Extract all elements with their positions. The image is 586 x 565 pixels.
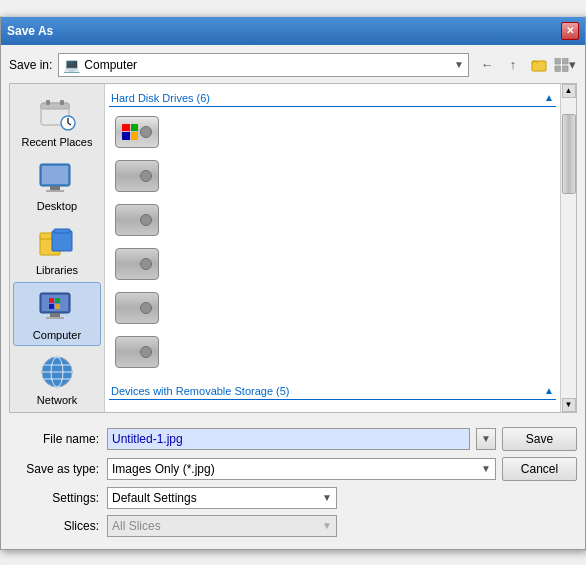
hard-disk-section-header: Hard Disk Drives (6) ▲	[109, 88, 556, 107]
drive-item[interactable]	[109, 155, 556, 197]
svg-rect-1	[555, 58, 561, 64]
location-dropdown[interactable]: 💻 Computer ▼	[58, 53, 469, 77]
filetype-value: Images Only (*.jpg)	[112, 462, 215, 476]
svg-rect-4	[562, 65, 568, 71]
slices-value: All Slices	[112, 519, 161, 533]
svg-rect-8	[60, 100, 64, 105]
filetype-dropdown[interactable]: Images Only (*.jpg) ▼	[107, 458, 496, 480]
svg-rect-26	[49, 304, 54, 309]
slices-input-wrap: All Slices ▼	[107, 515, 577, 537]
sidebar-label-recent: Recent Places	[22, 136, 93, 148]
computer-sidebar-icon	[37, 287, 77, 327]
svg-rect-22	[50, 313, 60, 317]
sidebar-item-computer[interactable]: Computer	[13, 282, 101, 346]
back-button[interactable]: ←	[475, 53, 499, 77]
drive-item[interactable]	[109, 331, 556, 373]
removable-collapse-btn[interactable]: ▲	[544, 385, 554, 396]
computer-icon: 💻	[63, 57, 80, 73]
slices-arrow-icon: ▼	[322, 520, 332, 531]
sidebar-label-libraries: Libraries	[36, 264, 78, 276]
bottom-form: File name: ▼ Save Save as type: Images O…	[9, 419, 577, 541]
svg-rect-3	[555, 65, 561, 71]
cancel-button[interactable]: Cancel	[502, 457, 577, 481]
removable-section-header: Devices with Removable Storage (5) ▲	[109, 381, 556, 400]
desktop-icon	[37, 158, 77, 198]
libraries-icon	[37, 222, 77, 262]
title-bar: Save As ✕	[1, 17, 585, 45]
sidebar: Recent Places Desktop	[10, 84, 105, 412]
sidebar-label-desktop: Desktop	[37, 200, 77, 212]
settings-input-wrap: Default Settings ▼	[107, 487, 577, 509]
network-icon	[37, 352, 77, 392]
svg-rect-6	[41, 103, 69, 109]
slices-row: Slices: All Slices ▼	[9, 515, 577, 537]
svg-rect-19	[54, 229, 70, 233]
hard-disk-label: Hard Disk Drives (6)	[111, 92, 210, 104]
scrollbar: ▲ ▼	[560, 84, 576, 412]
svg-rect-2	[562, 58, 568, 64]
sidebar-item-libraries[interactable]: Libraries	[13, 218, 101, 280]
filetype-label: Save as type:	[9, 462, 99, 476]
settings-arrow-icon: ▼	[322, 492, 332, 503]
svg-rect-23	[46, 317, 64, 319]
settings-label: Settings:	[9, 491, 99, 505]
filename-dropdown-arrow[interactable]: ▼	[476, 428, 496, 450]
toolbar-icons: ← ↑ ▾	[475, 53, 577, 77]
svg-rect-15	[46, 190, 64, 192]
new-folder-button[interactable]	[527, 53, 551, 77]
sidebar-item-desktop[interactable]: Desktop	[13, 154, 101, 216]
svg-rect-21	[42, 295, 68, 311]
dialog-body: Save in: 💻 Computer ▼ ← ↑ ▾	[1, 45, 585, 549]
svg-rect-7	[46, 100, 50, 105]
drive-item[interactable]	[109, 111, 556, 153]
save-button[interactable]: Save	[502, 427, 577, 451]
drives-grid	[109, 111, 556, 373]
drive-item[interactable]	[109, 243, 556, 285]
drive-icon-f	[113, 245, 161, 283]
svg-rect-13	[42, 166, 68, 184]
dropdown-arrow-icon: ▼	[454, 59, 464, 70]
scroll-down-button[interactable]: ▼	[562, 398, 576, 412]
slices-dropdown[interactable]: All Slices ▼	[107, 515, 337, 537]
file-area[interactable]: Hard Disk Drives (6) ▲	[105, 84, 560, 412]
toolbar-row: Save in: 💻 Computer ▼ ← ↑ ▾	[9, 53, 577, 77]
up-button[interactable]: ↑	[501, 53, 525, 77]
svg-rect-25	[55, 298, 60, 303]
location-text: Computer	[84, 58, 137, 72]
sidebar-item-network[interactable]: Network	[13, 348, 101, 410]
filename-input[interactable]	[107, 428, 470, 450]
removable-label: Devices with Removable Storage (5)	[111, 385, 290, 397]
filetype-arrow-icon: ▼	[481, 463, 491, 474]
scroll-up-button[interactable]: ▲	[562, 84, 576, 98]
scroll-thumb[interactable]	[562, 114, 576, 194]
drive-item[interactable]	[109, 287, 556, 329]
drive-icon-d	[113, 157, 161, 195]
drive-item[interactable]	[109, 199, 556, 241]
drive-icon-e	[113, 201, 161, 239]
filetype-input-wrap: Images Only (*.jpg) ▼ Cancel	[107, 457, 577, 481]
hard-disk-collapse-btn[interactable]: ▲	[544, 92, 554, 103]
settings-dropdown[interactable]: Default Settings ▼	[107, 487, 337, 509]
svg-rect-14	[50, 186, 60, 190]
svg-rect-24	[49, 298, 54, 303]
drive-icon-h	[113, 333, 161, 371]
save-as-dialog: Save As ✕ Save in: 💻 Computer ▼ ← ↑	[0, 16, 586, 550]
settings-value: Default Settings	[112, 491, 197, 505]
filename-row: File name: ▼ Save	[9, 427, 577, 451]
sidebar-item-recent[interactable]: Recent Places	[13, 90, 101, 152]
view-button[interactable]: ▾	[553, 53, 577, 77]
sidebar-label-computer: Computer	[33, 329, 81, 341]
main-area: Recent Places Desktop	[9, 83, 577, 413]
recent-icon	[37, 94, 77, 134]
filename-label: File name:	[9, 432, 99, 446]
dialog-title: Save As	[7, 24, 53, 38]
svg-rect-18	[52, 231, 72, 251]
save-in-label: Save in:	[9, 58, 52, 72]
drive-icon-c	[113, 113, 161, 151]
filetype-row: Save as type: Images Only (*.jpg) ▼ Canc…	[9, 457, 577, 481]
slices-label: Slices:	[9, 519, 99, 533]
filename-input-wrap: ▼ Save	[107, 427, 577, 451]
svg-rect-27	[55, 304, 60, 309]
drive-icon-g	[113, 289, 161, 327]
close-button[interactable]: ✕	[561, 22, 579, 40]
